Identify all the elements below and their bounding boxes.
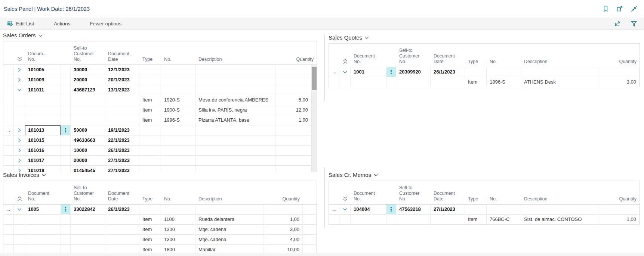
table-row[interactable]: →1005⋮3302284226/1/2023: [3, 205, 317, 215]
document-no-cell[interactable]: [25, 225, 61, 235]
document-date-cell[interactable]: 27/1/2023: [105, 156, 139, 166]
sell-to-customer-cell[interactable]: 49633663: [71, 135, 105, 146]
actions-menu[interactable]: Actions: [54, 21, 70, 26]
table-row[interactable]: 1010161000026/1/2023: [3, 146, 317, 156]
quantity-cell[interactable]: 1,00: [275, 115, 317, 125]
expand-row-icon[interactable]: [14, 146, 25, 155]
type-cell[interactable]: Item: [139, 235, 161, 245]
column-header[interactable]: DocumentDate: [105, 191, 139, 204]
type-cell[interactable]: [465, 67, 487, 77]
table-row[interactable]: 1010053000012/1/2023: [3, 65, 317, 75]
description-cell[interactable]: [521, 67, 598, 77]
column-header[interactable]: Sell-toCustomerNo.: [71, 46, 105, 65]
description-cell[interactable]: [195, 205, 264, 215]
column-header[interactable]: Quantity: [275, 57, 317, 65]
expand-row-icon[interactable]: [14, 156, 25, 165]
quantity-cell[interactable]: 3,00: [598, 77, 640, 87]
column-header[interactable]: DocumentNo.: [351, 191, 386, 204]
sell-to-customer-cell[interactable]: [71, 105, 105, 115]
type-cell[interactable]: [139, 146, 161, 156]
collapse-window-icon[interactable]: [631, 6, 637, 12]
sales-invoices-title[interactable]: Sales Invoices: [3, 170, 317, 179]
column-header[interactable]: DocumentNo.: [25, 191, 61, 204]
type-cell[interactable]: [139, 156, 161, 166]
description-cell[interactable]: Rueda delantera: [195, 215, 264, 225]
document-no-cell[interactable]: 101016: [25, 146, 61, 156]
sell-to-customer-cell[interactable]: [396, 77, 431, 87]
quantity-cell[interactable]: 12,00: [275, 105, 317, 115]
sales-quotes-title[interactable]: Sales Quotes: [329, 33, 640, 42]
item-no-cell[interactable]: [161, 156, 195, 166]
description-cell[interactable]: [195, 75, 275, 85]
item-no-cell[interactable]: [161, 135, 195, 146]
document-date-cell[interactable]: [105, 225, 139, 235]
type-cell[interactable]: Item: [139, 105, 161, 115]
column-header[interactable]: DocumentDate: [105, 51, 139, 65]
document-date-cell[interactable]: 26/1/2023: [105, 146, 139, 156]
document-no-cell[interactable]: 1005: [25, 205, 61, 215]
document-no-cell[interactable]: 101011: [25, 85, 61, 95]
quantity-cell[interactable]: [275, 75, 317, 85]
description-cell[interactable]: Sist. de almac. CONTOSO: [521, 215, 598, 225]
column-header[interactable]: Sell-toCustomerNo.: [396, 48, 431, 67]
sell-to-customer-cell[interactable]: [71, 225, 105, 235]
column-header[interactable]: DocumentDate: [431, 53, 465, 67]
column-header[interactable]: Sell-toCustomerNo.: [396, 185, 431, 204]
type-cell[interactable]: Item: [139, 215, 161, 225]
document-date-cell[interactable]: [105, 215, 139, 225]
collapse-row-icon[interactable]: [339, 205, 350, 214]
quantity-cell[interactable]: [264, 205, 303, 215]
sales-orders-title[interactable]: Sales Orders: [3, 31, 317, 40]
type-cell[interactable]: [139, 135, 161, 146]
item-no-cell[interactable]: 1900-S: [161, 105, 195, 115]
expand-row-icon[interactable]: [14, 135, 25, 145]
quantity-cell[interactable]: [275, 156, 317, 166]
description-cell[interactable]: [195, 156, 275, 166]
document-no-cell[interactable]: [351, 77, 386, 87]
sell-to-customer-cell[interactable]: 20000: [71, 156, 105, 166]
description-cell[interactable]: [195, 85, 275, 95]
type-cell[interactable]: [139, 205, 161, 215]
document-date-cell[interactable]: [431, 77, 465, 87]
table-row[interactable]: →101013⋮5000019/1/2023: [3, 125, 317, 135]
document-date-cell[interactable]: 22/1/2023: [105, 135, 139, 146]
item-no-cell[interactable]: 766BC-C: [487, 215, 521, 225]
collapse-all-icon[interactable]: [14, 56, 25, 65]
fewer-options-button[interactable]: Fewer options: [90, 21, 121, 26]
item-no-cell[interactable]: 1300: [161, 235, 195, 245]
quantity-cell[interactable]: [275, 65, 317, 75]
column-header[interactable]: Type: [139, 196, 161, 204]
document-date-cell[interactable]: 13/1/2023: [105, 85, 139, 95]
type-cell[interactable]: [139, 125, 161, 135]
sales-cr-memos-title[interactable]: Sales Cr. Memos: [329, 170, 640, 179]
column-header[interactable]: Quantity: [598, 59, 640, 67]
bookmark-icon[interactable]: [602, 6, 609, 12]
sell-to-customer-cell[interactable]: [396, 215, 431, 225]
item-no-cell[interactable]: 1920-S: [161, 95, 195, 105]
column-header[interactable]: Description: [195, 196, 264, 204]
document-date-cell[interactable]: [105, 105, 139, 115]
column-header[interactable]: DocumentNo.: [351, 53, 386, 67]
quantity-cell[interactable]: 5,00: [275, 95, 317, 105]
sell-to-customer-cell[interactable]: 33022842: [71, 205, 105, 215]
quantity-cell[interactable]: 3,00: [264, 225, 303, 235]
type-cell[interactable]: [139, 75, 161, 85]
item-no-cell[interactable]: [161, 205, 195, 215]
type-cell[interactable]: [139, 65, 161, 75]
column-header[interactable]: Quantity: [264, 196, 303, 204]
description-cell[interactable]: Mesa de conferencia AMBERES: [195, 95, 275, 105]
item-no-cell[interactable]: 1100: [161, 215, 195, 225]
description-cell[interactable]: [521, 205, 598, 215]
column-header[interactable]: No.: [161, 196, 195, 204]
column-header[interactable]: Description: [521, 59, 598, 67]
item-no-cell[interactable]: [161, 125, 195, 135]
document-date-cell[interactable]: 26/1/2023: [431, 67, 465, 77]
vertical-scrollbar[interactable]: [311, 65, 317, 172]
type-cell[interactable]: Item: [139, 225, 161, 235]
sell-to-customer-cell[interactable]: [71, 115, 105, 125]
column-header[interactable]: No.: [161, 57, 195, 65]
document-date-cell[interactable]: 19/1/2023: [105, 125, 139, 135]
document-no-cell[interactable]: [25, 215, 61, 225]
table-row[interactable]: Item1300Mtje. cadena3,00: [3, 225, 317, 235]
type-cell[interactable]: [139, 85, 161, 95]
